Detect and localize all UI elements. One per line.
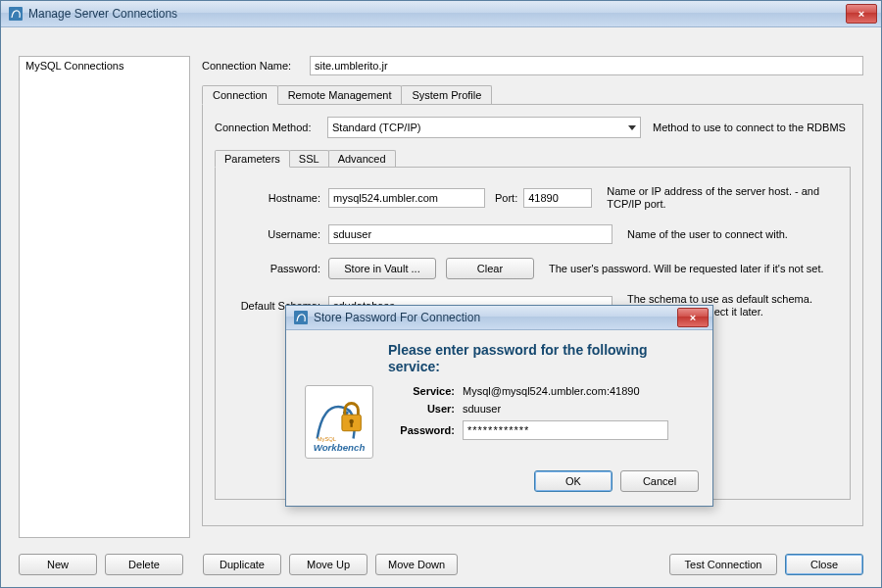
password-label: Password: bbox=[227, 263, 328, 274]
subtab-parameters[interactable]: Parameters bbox=[215, 150, 290, 168]
user-row: User: sduuser bbox=[386, 403, 699, 415]
hostname-row: Hostname: Port: Name or IP address of th… bbox=[227, 185, 838, 211]
password-row: Password: Store in Vault ... Clear The u… bbox=[227, 258, 838, 279]
window-title: Manage Server Connections bbox=[28, 7, 846, 21]
modal-close-button[interactable]: × bbox=[677, 308, 709, 327]
modal-title: Store Password For Connection bbox=[314, 311, 677, 324]
app-icon bbox=[8, 6, 24, 22]
username-hint: Name of the user to connect with. bbox=[627, 228, 838, 241]
duplicate-button[interactable]: Duplicate bbox=[203, 554, 281, 575]
connection-method-combo[interactable]: Standard (TCP/IP) bbox=[327, 117, 641, 138]
clear-password-button[interactable]: Clear bbox=[446, 258, 534, 279]
move-down-button[interactable]: Move Down bbox=[375, 554, 458, 575]
subtab-advanced[interactable]: Advanced bbox=[328, 150, 396, 167]
app-icon bbox=[293, 310, 309, 325]
user-value: sduuser bbox=[463, 403, 699, 415]
username-input[interactable] bbox=[328, 224, 612, 244]
hostname-label: Hostname: bbox=[227, 192, 328, 204]
main-tabs: Connection Remote Management System Prof… bbox=[202, 85, 863, 105]
test-connection-button[interactable]: Test Connection bbox=[669, 554, 777, 575]
username-row: Username: Name of the user to connect wi… bbox=[227, 224, 838, 244]
main-window: Manage Server Connections × MySQL Connec… bbox=[0, 0, 882, 588]
tab-remote-management[interactable]: Remote Management bbox=[277, 85, 403, 104]
move-up-button[interactable]: Move Up bbox=[289, 554, 368, 575]
hostname-hint: Name or IP address of the server host. -… bbox=[607, 185, 838, 211]
username-label: Username: bbox=[227, 228, 328, 240]
connection-name-input[interactable] bbox=[310, 56, 863, 75]
modal-button-row: OK Cancel bbox=[300, 470, 699, 492]
workbench-lock-icon: Workbench MySQL bbox=[305, 385, 373, 459]
cancel-button[interactable]: Cancel bbox=[620, 470, 699, 492]
sub-tabs: Parameters SSL Advanced bbox=[215, 150, 851, 167]
svg-rect-1 bbox=[294, 311, 308, 324]
user-label: User: bbox=[386, 403, 463, 415]
connection-method-hint: Method to use to connect to the RDBMS bbox=[653, 122, 846, 133]
password-input-row: Password: bbox=[386, 420, 699, 440]
titlebar[interactable]: Manage Server Connections × bbox=[1, 1, 881, 27]
service-label: Service: bbox=[386, 385, 463, 397]
connection-method-value: Standard (TCP/IP) bbox=[332, 122, 420, 133]
connection-name-row: Connection Name: bbox=[202, 56, 863, 75]
store-in-vault-button[interactable]: Store in Vault ... bbox=[328, 258, 436, 279]
modal-password-label: Password: bbox=[386, 424, 463, 436]
connections-sidebar[interactable]: MySQL Connections bbox=[19, 56, 190, 538]
svg-rect-7 bbox=[350, 422, 352, 427]
service-value: Mysql@mysql524.umbler.com:41890 bbox=[463, 385, 699, 397]
modal-content: Please enter password for the following … bbox=[286, 330, 712, 506]
subtab-ssl[interactable]: SSL bbox=[289, 150, 329, 167]
port-input[interactable] bbox=[523, 188, 592, 208]
svg-text:Workbench: Workbench bbox=[314, 442, 366, 453]
window-close-button[interactable]: × bbox=[846, 4, 877, 24]
delete-button[interactable]: Delete bbox=[105, 554, 183, 575]
modal-heading: Please enter password for the following … bbox=[388, 342, 699, 375]
svg-rect-0 bbox=[9, 7, 23, 21]
connection-method-label: Connection Method: bbox=[215, 122, 327, 133]
chevron-down-icon bbox=[628, 125, 636, 130]
port-label: Port: bbox=[495, 192, 517, 204]
tab-system-profile[interactable]: System Profile bbox=[401, 85, 492, 104]
password-hint: The user's password. Will be requested l… bbox=[549, 263, 838, 275]
modal-password-input[interactable] bbox=[463, 420, 668, 440]
sidebar-header: MySQL Connections bbox=[25, 60, 183, 72]
store-password-dialog: Store Password For Connection × Please e… bbox=[285, 305, 713, 507]
hostname-input[interactable] bbox=[328, 188, 485, 208]
new-button[interactable]: New bbox=[19, 554, 97, 575]
footer-buttons: New Delete Duplicate Move Up Move Down T… bbox=[19, 554, 863, 575]
svg-text:MySQL: MySQL bbox=[318, 436, 337, 442]
connection-name-label: Connection Name: bbox=[202, 60, 310, 72]
tab-connection[interactable]: Connection bbox=[202, 85, 278, 105]
close-button[interactable]: Close bbox=[785, 554, 863, 575]
ok-button[interactable]: OK bbox=[534, 470, 612, 492]
modal-titlebar[interactable]: Store Password For Connection × bbox=[286, 306, 712, 330]
service-row: Service: Mysql@mysql524.umbler.com:41890 bbox=[386, 385, 699, 397]
connection-method-row: Connection Method: Standard (TCP/IP) Met… bbox=[215, 117, 851, 138]
